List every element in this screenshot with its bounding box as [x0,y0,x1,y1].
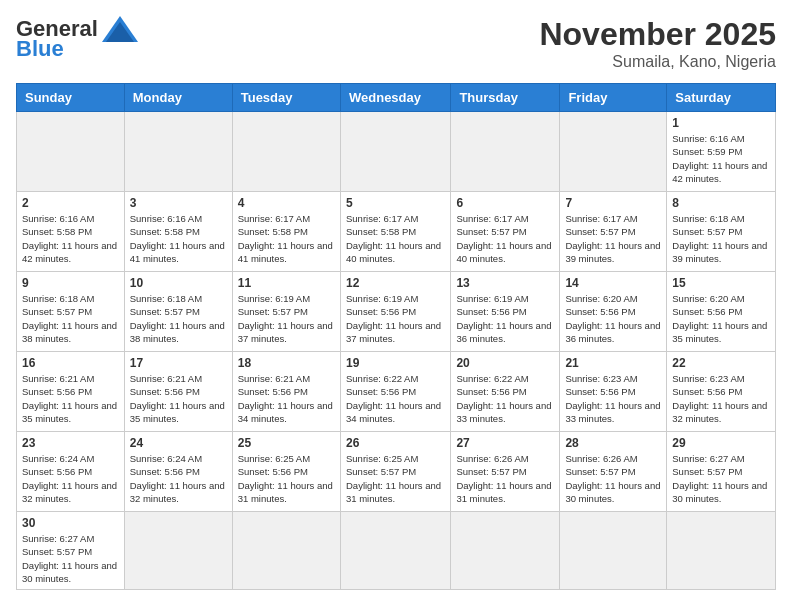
day-info: Sunrise: 6:21 AM Sunset: 5:56 PM Dayligh… [238,372,335,425]
day-info: Sunrise: 6:22 AM Sunset: 5:56 PM Dayligh… [456,372,554,425]
calendar-week-row: 2Sunrise: 6:16 AM Sunset: 5:58 PM Daylig… [17,192,776,272]
calendar-cell [340,112,450,192]
calendar-cell: 16Sunrise: 6:21 AM Sunset: 5:56 PM Dayli… [17,352,125,432]
calendar-cell: 24Sunrise: 6:24 AM Sunset: 5:56 PM Dayli… [124,432,232,512]
calendar-cell [451,512,560,590]
calendar-cell: 6Sunrise: 6:17 AM Sunset: 5:57 PM Daylig… [451,192,560,272]
calendar-cell: 4Sunrise: 6:17 AM Sunset: 5:58 PM Daylig… [232,192,340,272]
location-title: Sumaila, Kano, Nigeria [539,53,776,71]
calendar-week-row: 16Sunrise: 6:21 AM Sunset: 5:56 PM Dayli… [17,352,776,432]
day-info: Sunrise: 6:16 AM Sunset: 5:58 PM Dayligh… [22,212,119,265]
day-info: Sunrise: 6:26 AM Sunset: 5:57 PM Dayligh… [565,452,661,505]
logo-blue-text: Blue [16,36,64,62]
day-info: Sunrise: 6:22 AM Sunset: 5:56 PM Dayligh… [346,372,445,425]
day-number: 1 [672,116,770,130]
day-info: Sunrise: 6:19 AM Sunset: 5:56 PM Dayligh… [456,292,554,345]
day-info: Sunrise: 6:25 AM Sunset: 5:56 PM Dayligh… [238,452,335,505]
day-number: 13 [456,276,554,290]
calendar-cell: 23Sunrise: 6:24 AM Sunset: 5:56 PM Dayli… [17,432,125,512]
weekday-header-row: SundayMondayTuesdayWednesdayThursdayFrid… [17,84,776,112]
weekday-header-saturday: Saturday [667,84,776,112]
calendar-cell: 14Sunrise: 6:20 AM Sunset: 5:56 PM Dayli… [560,272,667,352]
day-number: 19 [346,356,445,370]
calendar-cell: 30Sunrise: 6:27 AM Sunset: 5:57 PM Dayli… [17,512,125,590]
day-info: Sunrise: 6:16 AM Sunset: 5:59 PM Dayligh… [672,132,770,185]
calendar-week-row: 23Sunrise: 6:24 AM Sunset: 5:56 PM Dayli… [17,432,776,512]
calendar-cell: 3Sunrise: 6:16 AM Sunset: 5:58 PM Daylig… [124,192,232,272]
day-info: Sunrise: 6:16 AM Sunset: 5:58 PM Dayligh… [130,212,227,265]
day-number: 18 [238,356,335,370]
calendar-cell: 22Sunrise: 6:23 AM Sunset: 5:56 PM Dayli… [667,352,776,432]
day-number: 24 [130,436,227,450]
day-number: 23 [22,436,119,450]
calendar-cell: 12Sunrise: 6:19 AM Sunset: 5:56 PM Dayli… [340,272,450,352]
day-number: 9 [22,276,119,290]
page-header: General Blue November 2025 Sumaila, Kano… [16,16,776,71]
calendar-cell: 11Sunrise: 6:19 AM Sunset: 5:57 PM Dayli… [232,272,340,352]
day-info: Sunrise: 6:18 AM Sunset: 5:57 PM Dayligh… [130,292,227,345]
calendar-cell [560,512,667,590]
day-number: 29 [672,436,770,450]
day-info: Sunrise: 6:26 AM Sunset: 5:57 PM Dayligh… [456,452,554,505]
day-info: Sunrise: 6:17 AM Sunset: 5:58 PM Dayligh… [346,212,445,265]
logo-icon [102,16,138,42]
calendar-cell: 29Sunrise: 6:27 AM Sunset: 5:57 PM Dayli… [667,432,776,512]
day-info: Sunrise: 6:18 AM Sunset: 5:57 PM Dayligh… [672,212,770,265]
calendar-cell: 28Sunrise: 6:26 AM Sunset: 5:57 PM Dayli… [560,432,667,512]
title-section: November 2025 Sumaila, Kano, Nigeria [539,16,776,71]
calendar-cell [124,512,232,590]
day-info: Sunrise: 6:25 AM Sunset: 5:57 PM Dayligh… [346,452,445,505]
weekday-header-wednesday: Wednesday [340,84,450,112]
calendar-cell: 1Sunrise: 6:16 AM Sunset: 5:59 PM Daylig… [667,112,776,192]
calendar-cell: 21Sunrise: 6:23 AM Sunset: 5:56 PM Dayli… [560,352,667,432]
day-number: 15 [672,276,770,290]
calendar-cell: 7Sunrise: 6:17 AM Sunset: 5:57 PM Daylig… [560,192,667,272]
calendar-cell: 25Sunrise: 6:25 AM Sunset: 5:56 PM Dayli… [232,432,340,512]
calendar-cell [560,112,667,192]
day-info: Sunrise: 6:27 AM Sunset: 5:57 PM Dayligh… [22,532,119,585]
month-title: November 2025 [539,16,776,53]
day-number: 28 [565,436,661,450]
day-info: Sunrise: 6:23 AM Sunset: 5:56 PM Dayligh… [565,372,661,425]
calendar-cell: 10Sunrise: 6:18 AM Sunset: 5:57 PM Dayli… [124,272,232,352]
calendar-cell: 2Sunrise: 6:16 AM Sunset: 5:58 PM Daylig… [17,192,125,272]
day-info: Sunrise: 6:24 AM Sunset: 5:56 PM Dayligh… [130,452,227,505]
day-number: 30 [22,516,119,530]
day-info: Sunrise: 6:24 AM Sunset: 5:56 PM Dayligh… [22,452,119,505]
calendar-cell: 27Sunrise: 6:26 AM Sunset: 5:57 PM Dayli… [451,432,560,512]
calendar-cell: 13Sunrise: 6:19 AM Sunset: 5:56 PM Dayli… [451,272,560,352]
day-info: Sunrise: 6:17 AM Sunset: 5:58 PM Dayligh… [238,212,335,265]
day-number: 26 [346,436,445,450]
calendar-cell [340,512,450,590]
day-info: Sunrise: 6:27 AM Sunset: 5:57 PM Dayligh… [672,452,770,505]
weekday-header-thursday: Thursday [451,84,560,112]
day-info: Sunrise: 6:17 AM Sunset: 5:57 PM Dayligh… [565,212,661,265]
calendar-cell: 18Sunrise: 6:21 AM Sunset: 5:56 PM Dayli… [232,352,340,432]
day-number: 6 [456,196,554,210]
day-number: 12 [346,276,445,290]
day-number: 27 [456,436,554,450]
weekday-header-monday: Monday [124,84,232,112]
calendar-cell [232,112,340,192]
day-info: Sunrise: 6:23 AM Sunset: 5:56 PM Dayligh… [672,372,770,425]
calendar-cell [232,512,340,590]
calendar-cell [451,112,560,192]
day-number: 10 [130,276,227,290]
day-info: Sunrise: 6:18 AM Sunset: 5:57 PM Dayligh… [22,292,119,345]
calendar-cell: 8Sunrise: 6:18 AM Sunset: 5:57 PM Daylig… [667,192,776,272]
calendar-week-row: 9Sunrise: 6:18 AM Sunset: 5:57 PM Daylig… [17,272,776,352]
calendar-cell: 17Sunrise: 6:21 AM Sunset: 5:56 PM Dayli… [124,352,232,432]
day-number: 16 [22,356,119,370]
calendar-cell [667,512,776,590]
calendar-cell: 20Sunrise: 6:22 AM Sunset: 5:56 PM Dayli… [451,352,560,432]
calendar-cell: 26Sunrise: 6:25 AM Sunset: 5:57 PM Dayli… [340,432,450,512]
day-number: 25 [238,436,335,450]
day-number: 7 [565,196,661,210]
day-number: 2 [22,196,119,210]
day-info: Sunrise: 6:19 AM Sunset: 5:57 PM Dayligh… [238,292,335,345]
calendar-week-row: 1Sunrise: 6:16 AM Sunset: 5:59 PM Daylig… [17,112,776,192]
calendar-cell [17,112,125,192]
day-number: 4 [238,196,335,210]
day-number: 22 [672,356,770,370]
day-number: 5 [346,196,445,210]
